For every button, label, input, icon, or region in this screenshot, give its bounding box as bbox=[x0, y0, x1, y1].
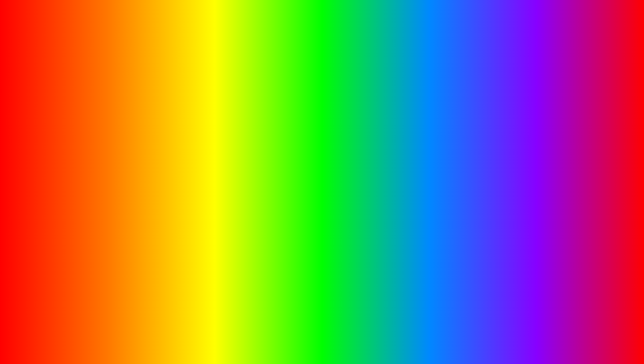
sword2-icon: ⚔ bbox=[282, 179, 287, 184]
sidebar2-item-devilfruit[interactable]: 🍎 Devil Fruit bbox=[278, 219, 318, 229]
toggle-arh-label: Auto Raid Hop bbox=[323, 217, 349, 222]
window1-fps: FPS: 48 bbox=[392, 96, 405, 100]
window2-wait-text: Wait For Dungeon bbox=[323, 157, 472, 162]
home2-icon: 🏠 bbox=[282, 157, 287, 163]
devilfruit-icon: 🍎 bbox=[235, 188, 241, 193]
window1-userid: #1009 bbox=[248, 112, 270, 116]
devilfruit2-icon: 🍎 bbox=[282, 221, 287, 227]
char-hat bbox=[99, 203, 123, 216]
mobile-checkmark: ✔ bbox=[112, 129, 127, 151]
wrench2-icon: 🔧 bbox=[282, 168, 287, 173]
bottom-script: SCRIPT bbox=[308, 324, 399, 352]
game-character bbox=[96, 214, 149, 308]
window2-hr: Hr(s) : 0 Min(s)... bbox=[366, 143, 394, 147]
char-head bbox=[106, 214, 136, 244]
toggle-ar-label: Auto Raid bbox=[323, 204, 340, 208]
white-character bbox=[149, 234, 200, 328]
toggle-afd-switch[interactable] bbox=[458, 168, 472, 176]
title-blox: BLOX bbox=[119, 1, 286, 68]
dungeon-icon: 🎯 bbox=[235, 177, 241, 183]
window1-user-row: 👤 XxArSendxX #1009 Players : 1 / 12 Hr(s… bbox=[231, 105, 409, 119]
window2-hub-name: PadoHub bbox=[293, 129, 311, 134]
toggle-afd-label: Auto Farm Dungeon bbox=[323, 170, 359, 174]
window2-content: Wait For Dungeon Auto Farm Dungeon push … bbox=[319, 153, 476, 246]
window2-user-row: 👤 XxArSendxX #1009 Players : 1 / 12 Hr(s… bbox=[278, 138, 476, 153]
window2-subtitle: push down using punches bbox=[323, 180, 472, 184]
char-leg-right bbox=[123, 278, 138, 305]
toggle-arh-switch[interactable] bbox=[458, 216, 472, 223]
toggle-auto-raid-hop: Auto Raid Hop bbox=[323, 214, 472, 224]
sidebar1-item-miscfarm[interactable]: 🔧 Misc Farm bbox=[231, 132, 271, 143]
title-fruits: FRUITS bbox=[308, 1, 525, 68]
misc-label: MISC. bbox=[92, 89, 113, 96]
sidebar2-item-dungeon[interactable]: 🎯 Dungeon bbox=[278, 208, 318, 219]
window1-control: [ RightControl ] bbox=[374, 110, 396, 114]
window1-hub-logo: P bbox=[235, 93, 244, 103]
window2-username: XxArSendxX bbox=[295, 142, 317, 146]
char-eye-left bbox=[114, 224, 118, 228]
window2-sidebar: 🏠 Main Farm 🔧 Misc Farm ⚔ Combat 📈 Stats… bbox=[278, 153, 318, 246]
toggle-auto-kill-aura: Auto Farm Kill Aura bbox=[323, 188, 472, 198]
sidebar2-item-miscfarm[interactable]: 🔧 Misc Farm bbox=[278, 165, 318, 176]
home-icon: 🏠 bbox=[235, 124, 241, 129]
android-label: ANDROID ✔ bbox=[20, 156, 145, 182]
char-legs bbox=[103, 278, 139, 305]
left-labels: MOBILE ✔ ANDROID ✔ bbox=[20, 127, 145, 182]
fluxus-hydrogen-label: FLUXUS HYDROGEN bbox=[480, 95, 579, 144]
sidebar2-item-mainfarm[interactable]: 🏠 Main Farm bbox=[278, 155, 318, 165]
window2-date: 03 February 2023 bbox=[324, 129, 353, 133]
toggle-aka-switch[interactable] bbox=[458, 189, 472, 196]
window1-hub-name: PadoHub bbox=[247, 96, 264, 100]
toggle-aka-label: Auto Farm Kill Aura bbox=[323, 190, 357, 195]
toggle-auto-raid: Auto Raid bbox=[323, 201, 472, 211]
char-eye-right bbox=[124, 224, 128, 228]
char-face bbox=[111, 221, 131, 238]
shop2-icon: 🛒 bbox=[282, 232, 287, 237]
bottom-pastebin: PASTEBIN bbox=[406, 324, 531, 352]
window1-hr: Hr(s) : 0 Min(s) : 8 Sec(s) : 29 bbox=[320, 110, 368, 114]
window2-avatar: 👤 bbox=[281, 140, 292, 151]
main-title: BLOX FRUITS bbox=[0, 5, 644, 65]
char-smile bbox=[114, 231, 128, 236]
sidebar2-item-teleport[interactable]: 📍 Teleport bbox=[278, 197, 318, 208]
window2-players: Players : 1 / 12 bbox=[333, 143, 357, 147]
dungeon2-icon: 🎯 bbox=[282, 211, 287, 216]
sidebar1-item-stats[interactable]: 📈 Stats bbox=[231, 153, 271, 164]
window1-hours: Hours:09:20:21 bbox=[315, 96, 340, 100]
wrench-icon: 🔧 bbox=[235, 135, 241, 140]
sidebar2-item-stats[interactable]: 📈 Stats bbox=[278, 187, 318, 197]
bottom-text: AUTO FARM SCRIPT PASTEBIN bbox=[0, 318, 644, 354]
sidebar2-item-combat[interactable]: ⚔ Combat bbox=[278, 176, 318, 187]
question-mark: ? bbox=[97, 63, 109, 86]
window2-hours: Hours:09:20:42 bbox=[362, 129, 387, 133]
window2-header: P PadoHub 03 February 2023 Hours:09:20:4… bbox=[278, 125, 476, 138]
mobile-label: MOBILE ✔ bbox=[20, 127, 145, 153]
bottom-auto-farm: AUTO FARM bbox=[113, 318, 301, 354]
ui-window-2: P PadoHub 03 February 2023 Hours:09:20:4… bbox=[277, 124, 477, 247]
sidebar1-item-combat[interactable]: ⚔ Combat bbox=[231, 143, 271, 153]
sidebar1-item-devilfruit[interactable]: 🍎 Devil Fruit bbox=[231, 185, 271, 196]
android-checkmark: ✔ bbox=[130, 159, 145, 180]
sidebar1-item-mainfarm[interactable]: 🏠 Main Farm bbox=[231, 121, 271, 132]
window2-userid: #1009 bbox=[295, 146, 317, 149]
window1-ping: Ping: 73.9987 (12%CV) bbox=[347, 96, 386, 100]
window1-header: P PadoHub 03 February 2023 Hours:09:20:2… bbox=[231, 91, 409, 105]
sidebar2-item-shop[interactable]: 🛒 Shop bbox=[278, 229, 318, 240]
window2-body: 🏠 Main Farm 🔧 Misc Farm ⚔ Combat 📈 Stats… bbox=[278, 153, 476, 246]
stats-icon: 📈 bbox=[235, 156, 241, 161]
sword-icon: ⚔ bbox=[235, 145, 241, 151]
window2-ping: Ping: 105.88 (29%CV) bbox=[394, 129, 430, 133]
toggle-auto-farm-dungeon: Auto Farm Dungeon bbox=[323, 167, 472, 177]
sidebar1-item-teleport[interactable]: 📍 Teleport bbox=[231, 164, 271, 175]
sidebar1-item-shop[interactable]: 🛒 Shop bbox=[231, 196, 271, 207]
teleport2-icon: 📍 bbox=[282, 200, 287, 205]
window1-players: Players : 1 / 12 bbox=[286, 110, 310, 114]
sidebar1-item-dungeon[interactable]: 🎯 Dungeon bbox=[231, 175, 271, 185]
window1-avatar: 👤 bbox=[235, 107, 245, 117]
teleport-icon: 📍 bbox=[235, 167, 241, 172]
window1-date: 03 February 2023 bbox=[277, 96, 306, 100]
char-backpack bbox=[133, 244, 149, 271]
toggle-ar-switch[interactable] bbox=[458, 202, 472, 210]
char-leg-left bbox=[104, 278, 119, 305]
shop-icon: 🛒 bbox=[235, 199, 241, 204]
